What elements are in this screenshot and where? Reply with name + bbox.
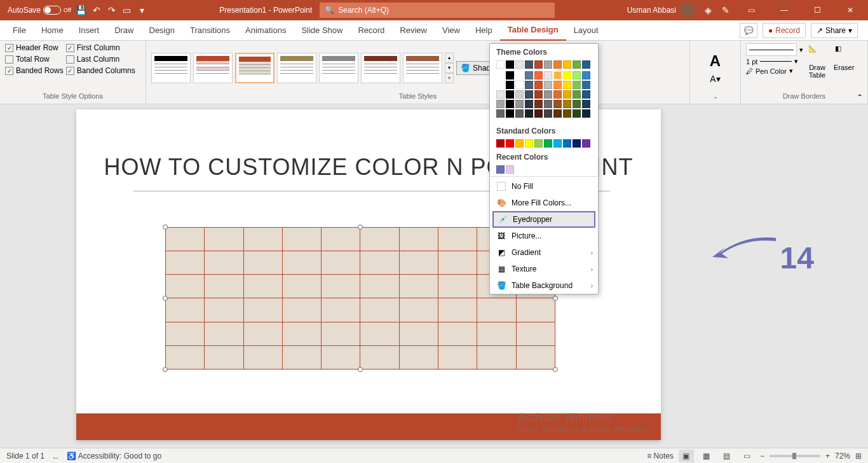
- fit-to-window-button[interactable]: ⊞: [855, 452, 862, 460]
- color-swatch[interactable]: [544, 139, 552, 148]
- style-thumb-6[interactable]: [361, 53, 400, 83]
- check-total-row[interactable]: Total Row: [5, 55, 64, 64]
- color-swatch[interactable]: [525, 100, 533, 108]
- color-swatch[interactable]: [506, 139, 514, 148]
- qat-more-icon[interactable]: ▾: [137, 5, 147, 15]
- color-swatch[interactable]: [515, 100, 524, 108]
- pen-color[interactable]: 🖊Pen Color▾: [746, 67, 803, 75]
- tab-table-design[interactable]: Table Design: [500, 20, 566, 41]
- language-icon[interactable]: ⎵: [53, 452, 58, 460]
- reading-view-button[interactable]: ▤: [719, 450, 735, 462]
- tab-layout[interactable]: Layout: [566, 20, 606, 41]
- tab-insert[interactable]: Insert: [71, 20, 107, 41]
- color-swatch[interactable]: [496, 139, 505, 148]
- color-swatch[interactable]: [553, 71, 562, 79]
- slide-canvas-area[interactable]: HOW TO CUSTOMIZE COLOR N POWERPOINT: [0, 104, 868, 463]
- zoom-in-button[interactable]: +: [825, 452, 830, 460]
- color-swatch[interactable]: [582, 60, 590, 69]
- color-swatch[interactable]: [534, 139, 543, 148]
- color-swatch[interactable]: [496, 90, 505, 99]
- tab-help[interactable]: Help: [468, 20, 500, 41]
- color-swatch[interactable]: [506, 60, 514, 69]
- tab-view[interactable]: View: [435, 20, 468, 41]
- notes-button[interactable]: ≡ Notes: [647, 452, 674, 460]
- normal-view-button[interactable]: ▣: [679, 450, 694, 462]
- color-swatch[interactable]: [506, 109, 514, 118]
- color-swatch[interactable]: [515, 81, 524, 89]
- menu-picture[interactable]: 🖼 Picture...: [490, 228, 598, 244]
- style-thumb-4[interactable]: [277, 53, 316, 83]
- color-swatch[interactable]: [582, 81, 590, 89]
- comments-button[interactable]: 💬: [740, 23, 757, 38]
- maximize-button[interactable]: ☐: [804, 0, 830, 20]
- color-swatch[interactable]: [515, 109, 524, 118]
- color-swatch[interactable]: [563, 60, 571, 69]
- color-swatch[interactable]: [496, 100, 505, 108]
- diamond-icon[interactable]: ◈: [703, 5, 713, 15]
- tab-file[interactable]: File: [5, 20, 34, 41]
- tab-animations[interactable]: Animations: [238, 20, 294, 41]
- color-swatch[interactable]: [534, 60, 543, 69]
- selection-handle[interactable]: [163, 225, 168, 230]
- slide-counter[interactable]: Slide 1 of 1: [6, 452, 44, 460]
- color-swatch[interactable]: [582, 100, 590, 108]
- color-swatch[interactable]: [534, 109, 543, 118]
- tab-design[interactable]: Design: [142, 20, 182, 41]
- color-swatch[interactable]: [563, 109, 571, 118]
- color-swatch[interactable]: [573, 71, 581, 79]
- color-swatch[interactable]: [496, 165, 505, 174]
- selection-handle[interactable]: [553, 296, 558, 301]
- user-account[interactable]: Usman Abbasi: [627, 3, 695, 18]
- menu-texture[interactable]: ▦ Texture ›: [490, 261, 598, 277]
- menu-gradient[interactable]: ◩ Gradient ›: [490, 244, 598, 261]
- check-header-row[interactable]: Header Row: [5, 43, 64, 52]
- gallery-scroll[interactable]: ▴▾▿: [445, 53, 454, 83]
- selection-handle[interactable]: [163, 367, 168, 372]
- color-swatch[interactable]: [544, 71, 552, 79]
- color-swatch[interactable]: [525, 60, 533, 69]
- slideshow-view-button[interactable]: ▭: [740, 450, 755, 462]
- color-swatch[interactable]: [573, 109, 581, 118]
- selection-handle[interactable]: [358, 225, 363, 230]
- color-swatch[interactable]: [515, 90, 524, 99]
- color-swatch[interactable]: [544, 90, 552, 99]
- selection-handle[interactable]: [163, 296, 168, 301]
- color-swatch[interactable]: [563, 81, 571, 89]
- slideshow-start-icon[interactable]: ▭: [122, 5, 132, 15]
- color-swatch[interactable]: [573, 81, 581, 89]
- zoom-level[interactable]: 72%: [835, 452, 850, 460]
- style-thumb-2[interactable]: [193, 53, 233, 83]
- color-swatch[interactable]: [534, 81, 543, 89]
- check-first-column[interactable]: First Column: [66, 43, 135, 52]
- style-thumb-1[interactable]: [151, 53, 191, 83]
- text-fill-icon[interactable]: A▾: [710, 74, 720, 84]
- tab-draw[interactable]: Draw: [107, 20, 141, 41]
- color-swatch[interactable]: [515, 71, 524, 79]
- eraser-button[interactable]: ◧ Eraser: [831, 43, 857, 73]
- color-swatch[interactable]: [506, 71, 514, 79]
- redo-icon[interactable]: ↷: [107, 5, 117, 15]
- color-swatch[interactable]: [553, 90, 562, 99]
- color-swatch[interactable]: [573, 90, 581, 99]
- color-swatch[interactable]: [496, 60, 505, 69]
- toggle-switch[interactable]: [43, 6, 61, 15]
- color-swatch[interactable]: [553, 60, 562, 69]
- accessibility-status[interactable]: ♿ Accessibility: Good to go: [67, 452, 161, 460]
- color-swatch[interactable]: [506, 100, 514, 108]
- pen-weight[interactable]: 1 pt▾: [746, 57, 803, 66]
- check-banded-columns[interactable]: Banded Columns: [66, 66, 135, 75]
- color-swatch[interactable]: [573, 139, 581, 148]
- coming-soon-icon[interactable]: ✎: [721, 5, 731, 15]
- color-swatch[interactable]: [525, 109, 533, 118]
- color-swatch[interactable]: [563, 90, 571, 99]
- color-swatch[interactable]: [506, 165, 514, 174]
- color-swatch[interactable]: [496, 71, 505, 79]
- pen-style[interactable]: ▾: [746, 43, 803, 56]
- color-swatch[interactable]: [582, 109, 590, 118]
- draw-table-button[interactable]: 📐 Draw Table: [806, 43, 829, 80]
- color-swatch[interactable]: [534, 90, 543, 99]
- tab-review[interactable]: Review: [392, 20, 435, 41]
- color-swatch[interactable]: [553, 81, 562, 89]
- selection-handle[interactable]: [358, 367, 363, 372]
- color-swatch[interactable]: [534, 100, 543, 108]
